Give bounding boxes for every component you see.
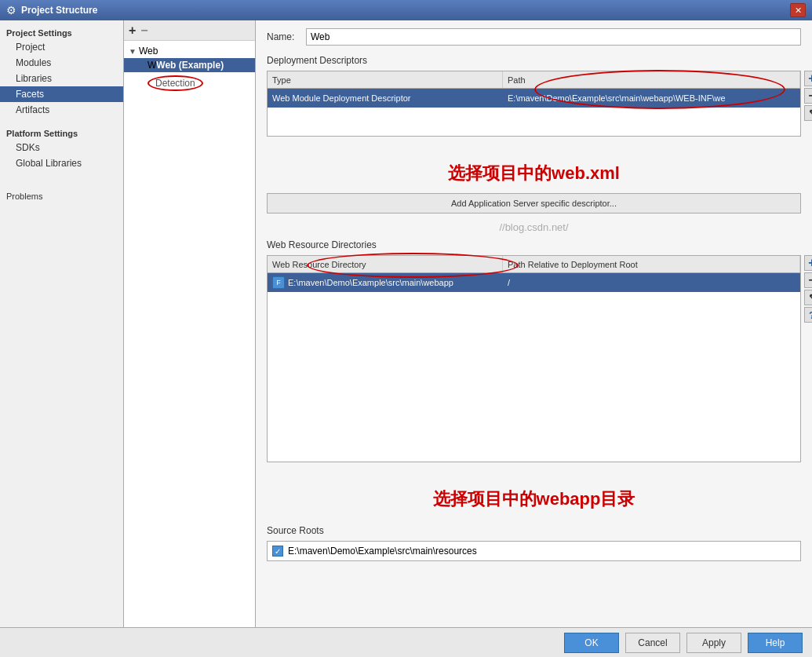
- wrd-table-header: Web Resource Directory Path Relative to …: [268, 256, 800, 273]
- tree-item-web[interactable]: ▼ Web: [124, 44, 255, 58]
- wrd-table-body: F E:\maven\Demo\Example\src\main\webapp …: [268, 273, 800, 320]
- source-roots-section: Source Roots ✓ E:\maven\Demo\Example\src…: [267, 525, 801, 561]
- annotation-webapp: 选择项目中的webapp目录: [267, 480, 801, 519]
- wrd-help-button[interactable]: ?: [804, 307, 812, 323]
- source-roots-title: Source Roots: [267, 525, 801, 536]
- name-label: Name:: [267, 31, 306, 42]
- wrd-col-path-header: Path Relative to Deployment Root: [503, 256, 800, 272]
- main-container: Project Settings Project Modules Librari…: [0, 20, 812, 627]
- table-row[interactable]: F E:\maven\Demo\Example\src\main\webapp …: [268, 273, 800, 292]
- tree-content: ▼ Web W Web (Example) Detection: [124, 41, 255, 97]
- add-tree-item-button[interactable]: +: [129, 24, 136, 37]
- apply-button[interactable]: Apply: [686, 633, 741, 653]
- wrd-col-dir-header: Web Resource Directory: [268, 256, 503, 272]
- wrd-row-icon: F: [272, 276, 285, 289]
- wrd-action-buttons: + − ✎ ?: [804, 255, 812, 323]
- tree-arrow-icon: ▼: [129, 47, 137, 56]
- deployment-descriptors-title: Deployment Descriptors: [267, 55, 801, 66]
- annotation-web-xml: 选择项目中的web.xml: [267, 154, 801, 193]
- dd-table-header: Type Path: [268, 71, 800, 89]
- wrd-table: Web Resource Directory Path Relative to …: [267, 255, 801, 462]
- sidebar-item-facets[interactable]: Facets: [0, 86, 123, 102]
- sidebar-item-modules[interactable]: Modules: [0, 55, 123, 71]
- ok-button[interactable]: OK: [564, 633, 619, 653]
- dd-add-button[interactable]: +: [804, 71, 812, 86]
- source-root-checkbox[interactable]: ✓: [272, 546, 283, 557]
- content-panel: Name: Deployment Descriptors Type Path W…: [256, 20, 812, 627]
- dd-col-path-header: Path: [503, 71, 800, 88]
- platform-settings-label: Platform Settings: [0, 124, 123, 140]
- detection-oval: Detection: [147, 75, 203, 91]
- wrd-row-path: /: [503, 278, 800, 287]
- dd-col-type-header: Type: [268, 71, 503, 88]
- dd-table-body: Web Module Deployment Descriptor E:\mave…: [268, 89, 800, 136]
- wrd-remove-button[interactable]: −: [804, 272, 812, 288]
- wrd-table-empty-space: [268, 320, 800, 462]
- wrd-add-button[interactable]: +: [804, 255, 812, 271]
- sidebar-item-artifacts[interactable]: Artifacts: [0, 102, 123, 118]
- dd-remove-button[interactable]: −: [804, 88, 812, 104]
- blog-watermark: //blog.csdn.net/: [267, 221, 801, 233]
- wrd-row-dir: F E:\maven\Demo\Example\src\main\webapp: [268, 276, 503, 289]
- web-resource-dirs-title: Web Resource Directories: [267, 239, 801, 250]
- name-field-row: Name:: [267, 28, 801, 46]
- tree-sub-item-web-example[interactable]: W Web (Example): [124, 58, 255, 72]
- source-root-path: E:\maven\Demo\Example\src\main\resources: [288, 546, 477, 557]
- wrd-edit-button[interactable]: ✎: [804, 290, 812, 305]
- help-button[interactable]: Help: [748, 633, 803, 653]
- tree-toolbar: + −: [124, 20, 255, 41]
- tree-panel: + − ▼ Web W Web (Example) Detection: [124, 20, 256, 627]
- dd-row-type: Web Module Deployment Descriptor: [268, 93, 503, 103]
- add-descriptor-button[interactable]: Add Application Server specific descript…: [267, 193, 801, 214]
- window-icon: ⚙: [6, 4, 16, 16]
- sidebar: Project Settings Project Modules Librari…: [0, 20, 124, 627]
- dd-edit-button[interactable]: ✎: [804, 105, 812, 121]
- detection-label: Detection: [124, 72, 255, 94]
- close-button[interactable]: ✕: [790, 3, 806, 17]
- sidebar-item-global-libraries[interactable]: Global Libraries: [0, 155, 123, 171]
- project-settings-label: Project Settings: [0, 24, 123, 39]
- dd-table: Type Path Web Module Deployment Descript…: [267, 71, 801, 137]
- web-facet-icon: W: [147, 60, 156, 71]
- deployment-descriptors-section: Type Path Web Module Deployment Descript…: [267, 71, 801, 144]
- tree-item-web-label: Web: [139, 46, 158, 57]
- source-roots-row[interactable]: ✓ E:\maven\Demo\Example\src\main\resourc…: [267, 541, 801, 561]
- sidebar-item-sdks[interactable]: SDKs: [0, 140, 123, 155]
- sidebar-item-project[interactable]: Project: [0, 39, 123, 55]
- problems-label[interactable]: Problems: [0, 187, 123, 203]
- web-resource-dirs-section: Web Resource Directory Path Relative to …: [267, 255, 801, 470]
- remove-tree-item-button[interactable]: −: [140, 24, 147, 37]
- bottom-bar: OK Cancel Apply Help: [0, 627, 812, 657]
- name-input[interactable]: [306, 28, 801, 46]
- tree-sub-item-web-example-label: Web (Example): [156, 60, 224, 71]
- window-title: Project Structure: [21, 5, 790, 16]
- sidebar-item-libraries[interactable]: Libraries: [0, 71, 123, 86]
- table-row[interactable]: Web Module Deployment Descriptor E:\mave…: [268, 89, 800, 108]
- dd-row-path: E:\maven\Demo\Example\src\main\webapp\WE…: [503, 93, 800, 103]
- dd-action-buttons: + − ✎: [804, 71, 812, 121]
- title-bar: ⚙ Project Structure ✕: [0, 0, 812, 20]
- cancel-button[interactable]: Cancel: [625, 633, 680, 653]
